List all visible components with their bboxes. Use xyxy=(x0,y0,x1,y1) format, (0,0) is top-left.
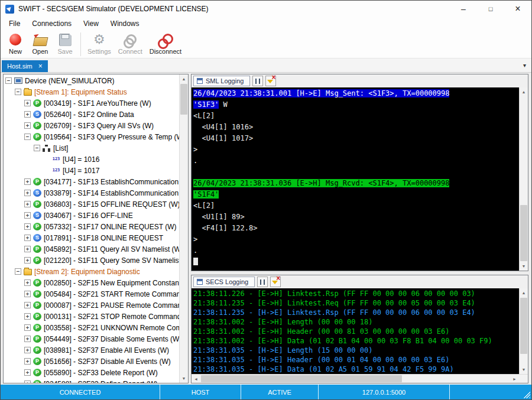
secs-scrollbar[interactable]: ▲ ▼ xyxy=(519,288,528,374)
tree-scrollbar[interactable]: ▲ ▼ xyxy=(179,74,188,383)
expander-plus-icon[interactable]: + xyxy=(24,212,31,219)
sml-pause-button[interactable] xyxy=(252,76,263,86)
tree-item[interactable]: +P[003558] - S2F21 UNKNOWN Remote Comman… xyxy=(4,322,179,333)
tree-item[interactable]: −[Stream 1]: Equipment Status xyxy=(4,86,179,97)
tree-item-label: [005484] - S2F21 START Remote Command xyxy=(44,290,179,298)
scrollbar-thumb[interactable] xyxy=(201,375,402,382)
sml-log-line: <L[2] xyxy=(193,200,517,212)
tab-host-sim[interactable]: Host.sim × xyxy=(2,60,48,72)
scroll-up-icon[interactable]: ▲ xyxy=(180,74,188,83)
sml-scrollbar[interactable]: ▲ ▼ xyxy=(519,87,528,271)
tree-item[interactable]: +P[000131] - S2F21 STOP Remote Command xyxy=(4,311,179,322)
scroll-right-icon[interactable]: ► xyxy=(510,375,519,383)
tree-item[interactable]: 123[U4] = 1016 xyxy=(4,154,179,165)
expander-plus-icon[interactable]: + xyxy=(24,291,31,297)
expander-plus-icon[interactable]: + xyxy=(24,201,31,207)
expander-plus-icon[interactable]: + xyxy=(24,313,31,320)
secs-hscrollbar[interactable]: ◄ ► xyxy=(192,374,528,383)
resize-grip[interactable] xyxy=(523,391,530,398)
scroll-down-icon[interactable]: ▼ xyxy=(520,262,528,271)
tab-close-icon[interactable]: × xyxy=(38,63,43,70)
tree-item[interactable]: +P[034177] - S1F13 EstablishCommunicatio… xyxy=(4,176,179,187)
expander-plus-icon[interactable]: + xyxy=(24,358,31,365)
secs-log-line: 21:38:31.035 - [H->E] Header (00 00 01 0… xyxy=(193,355,517,365)
menu-windows[interactable]: Windows xyxy=(105,17,145,30)
expander-plus-icon[interactable]: + xyxy=(24,381,31,383)
disconnect-button[interactable]: Disconnect xyxy=(146,31,185,55)
tree-item[interactable]: +P[002850] - S2F15 New Equipment Constan… xyxy=(4,277,179,288)
maximize-button[interactable]: □ xyxy=(477,1,504,17)
tab-overflow-icon[interactable]: ▾ xyxy=(523,62,526,69)
tree-item[interactable]: −Device (NEW_SIMULATOR) xyxy=(4,75,179,86)
menu-file[interactable]: File xyxy=(3,17,26,30)
scroll-left-icon[interactable]: ◄ xyxy=(192,375,200,383)
expander-plus-icon[interactable]: + xyxy=(24,257,31,264)
tree-item[interactable]: +P[003419] - S1F1 AreYouThere (W) xyxy=(4,97,179,109)
tree-item[interactable]: −[List] xyxy=(4,142,179,154)
tree-item[interactable]: +P[026709] - S1F3 Query All SVs (W) xyxy=(4,120,179,131)
scroll-down-icon[interactable]: ▼ xyxy=(520,365,528,374)
tab-secs-logging[interactable]: SECS Logging xyxy=(193,277,255,287)
expander-plus-icon[interactable]: + xyxy=(24,302,31,308)
tree-item[interactable]: +P[024588] - S2F33 Define Report (W) xyxy=(4,378,179,383)
expander-minus-icon[interactable]: − xyxy=(34,145,40,151)
secs-panel-header: SECS Logging xyxy=(192,275,528,288)
expander-minus-icon[interactable]: − xyxy=(15,89,21,95)
primary-message-icon: P xyxy=(33,133,41,141)
scrollbar-thumb[interactable] xyxy=(520,205,527,261)
expander-plus-icon[interactable]: + xyxy=(24,178,31,185)
tree-item[interactable]: +P[054449] - S2F37 Disable Some Events (… xyxy=(4,333,179,344)
expander-plus-icon[interactable]: + xyxy=(24,190,31,196)
close-button[interactable]: × xyxy=(504,1,531,17)
pause-icon xyxy=(255,79,260,84)
log-window-icon xyxy=(197,78,203,84)
tree-item[interactable]: +P[055890] - S2F33 Delete Report (W) xyxy=(4,367,179,378)
sml-log-line: 26/04/2023 21:38:31.036 [E->H] Msg_Rcvd:… xyxy=(193,178,517,189)
expander-plus-icon[interactable]: + xyxy=(24,336,31,342)
expander-minus-icon[interactable]: − xyxy=(24,134,31,140)
expander-plus-icon[interactable]: + xyxy=(24,279,31,286)
tree-item[interactable]: +P[051656] - S2F37 Disable All Events (W… xyxy=(4,356,179,367)
expander-plus-icon[interactable]: + xyxy=(24,100,31,106)
expander-minus-icon[interactable]: − xyxy=(15,268,21,275)
tree-item[interactable]: 123[U4] = 1017 xyxy=(4,165,179,176)
expander-plus-icon[interactable]: + xyxy=(24,223,31,230)
sml-clear-button[interactable] xyxy=(265,76,276,86)
expander-plus-icon[interactable]: + xyxy=(24,347,31,353)
tree-item[interactable]: +P[057332] - S1F17 ONLINE REQUEST (W) xyxy=(4,221,179,232)
scrollbar-thumb[interactable] xyxy=(520,298,527,354)
tree-item[interactable]: +S[033879] - S1F14 EstablishCommunicatio… xyxy=(4,187,179,199)
expander-plus-icon[interactable]: + xyxy=(24,324,31,331)
secs-pause-button[interactable] xyxy=(257,277,268,287)
list-structure-icon xyxy=(43,145,51,152)
scroll-down-icon[interactable]: ▼ xyxy=(180,374,188,383)
expander-plus-icon[interactable]: + xyxy=(24,235,31,241)
tab-sml-logging[interactable]: SML Logging xyxy=(193,76,250,86)
tree-item[interactable]: +P[038981] - S2F37 Enable All Events (W) xyxy=(4,344,179,356)
menu-connections[interactable]: Connections xyxy=(26,17,77,30)
expander-plus-icon[interactable]: + xyxy=(24,122,31,129)
expander-plus-icon[interactable]: + xyxy=(24,369,31,376)
tree-item[interactable]: +P[021220] - S1F11 Query Some SV Namelis… xyxy=(4,255,179,266)
tree-item[interactable]: +P[000087] - S2F21 PAUSE Remote Command xyxy=(4,300,179,311)
tree-item[interactable]: +S[034067] - S1F16 OFF-LINE xyxy=(4,210,179,221)
minimize-button[interactable]: – xyxy=(450,1,477,17)
scrollbar-thumb[interactable] xyxy=(180,84,187,115)
menu-view[interactable]: View xyxy=(77,17,105,30)
tree-item[interactable]: +S[017891] - S1F18 ONLINE REQUEST xyxy=(4,232,179,243)
open-button[interactable]: Open xyxy=(28,31,53,55)
tree-item[interactable]: +P[005484] - S2F21 START Remote Command xyxy=(4,288,179,300)
tree-item[interactable]: +P[045892] - S1F11 Query All SV Namelist… xyxy=(4,243,179,255)
tree-item[interactable]: +P[036803] - S1F15 OFFLINE REQUEST (W) xyxy=(4,199,179,210)
scroll-up-icon[interactable]: ▲ xyxy=(520,87,528,96)
tree-item-label: [036803] - S1F15 OFFLINE REQUEST (W) xyxy=(44,200,179,209)
secs-clear-button[interactable] xyxy=(270,277,281,287)
new-button[interactable]: New xyxy=(3,31,28,55)
tree-item[interactable]: −[Stream 2]: Equipment Diagnostic xyxy=(4,266,179,277)
scroll-up-icon[interactable]: ▲ xyxy=(520,288,528,297)
expander-plus-icon[interactable]: + xyxy=(24,111,31,118)
tree-item[interactable]: +S[052640] - S1F2 Online Data xyxy=(4,109,179,120)
expander-plus-icon[interactable]: + xyxy=(24,246,31,252)
expander-minus-icon[interactable]: − xyxy=(5,77,12,84)
tree-item[interactable]: −P[019564] - S1F3 Query Pressure & Temp … xyxy=(4,131,179,142)
